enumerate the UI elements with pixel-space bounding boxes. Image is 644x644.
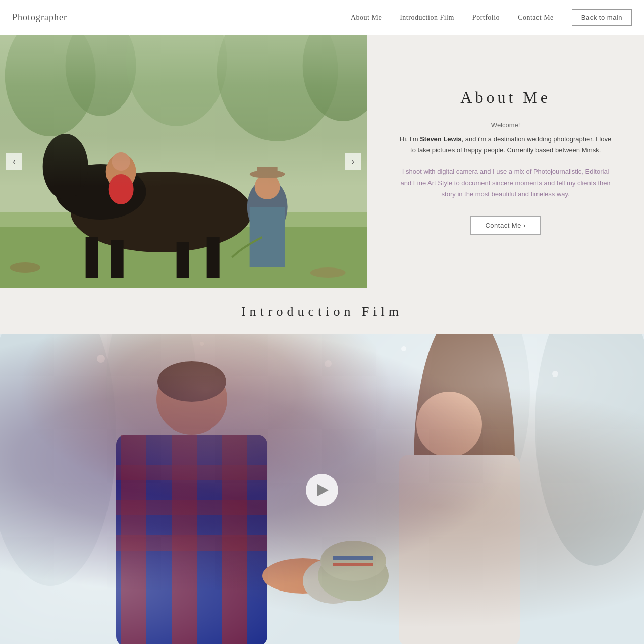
svg-point-22 bbox=[250, 170, 285, 178]
svg-rect-11 bbox=[50, 146, 81, 187]
svg-point-24 bbox=[10, 262, 40, 273]
svg-point-45 bbox=[262, 558, 343, 594]
svg-point-10 bbox=[43, 134, 88, 199]
svg-rect-23 bbox=[257, 167, 278, 176]
navbar: Photographer About Me Introduction Film … bbox=[0, 0, 644, 35]
svg-rect-44 bbox=[116, 535, 267, 551]
svg-rect-43 bbox=[116, 500, 267, 515]
svg-point-4 bbox=[217, 35, 338, 141]
hero-section: ‹ › About Me Welcome! Hi, I'm Steven Lew… bbox=[0, 35, 644, 288]
about-welcome: Welcome! bbox=[491, 121, 520, 129]
carousel-next-button[interactable]: › bbox=[345, 153, 361, 170]
hero-image-container: ‹ › bbox=[0, 35, 367, 288]
svg-point-16 bbox=[106, 154, 136, 189]
svg-rect-7 bbox=[0, 227, 367, 288]
about-panel: About Me Welcome! Hi, I'm Steven Lewis, … bbox=[367, 35, 644, 288]
svg-point-2 bbox=[66, 35, 136, 116]
svg-rect-49 bbox=[399, 455, 520, 644]
svg-point-32 bbox=[401, 346, 406, 351]
nav-about-me[interactable]: About Me bbox=[351, 14, 382, 22]
svg-point-25 bbox=[310, 267, 346, 278]
svg-point-3 bbox=[126, 35, 227, 126]
svg-rect-53 bbox=[333, 563, 373, 566]
play-icon bbox=[317, 484, 329, 496]
svg-point-28 bbox=[535, 334, 644, 566]
svg-point-35 bbox=[325, 360, 332, 367]
svg-rect-13 bbox=[111, 240, 124, 278]
svg-rect-6 bbox=[0, 212, 367, 288]
svg-point-17 bbox=[109, 174, 134, 204]
svg-point-33 bbox=[552, 371, 558, 377]
svg-point-18 bbox=[112, 152, 130, 171]
svg-rect-52 bbox=[333, 556, 373, 560]
nav-portfolio[interactable]: Portfolio bbox=[472, 14, 500, 22]
hero-illustration bbox=[0, 35, 367, 288]
svg-rect-20 bbox=[250, 207, 285, 267]
svg-point-47 bbox=[414, 334, 515, 611]
svg-point-36 bbox=[156, 364, 227, 435]
svg-point-5 bbox=[303, 35, 367, 121]
svg-point-37 bbox=[157, 361, 226, 402]
svg-rect-14 bbox=[177, 242, 189, 278]
nav-links: About Me Introduction Film Portfolio Con… bbox=[351, 9, 632, 26]
svg-rect-41 bbox=[222, 435, 247, 644]
svg-point-29 bbox=[106, 334, 197, 485]
svg-point-46 bbox=[303, 558, 363, 604]
intro-film-header: Introduction Film bbox=[0, 288, 644, 334]
about-description: Hi, I'm Steven Lewis, and i'm a destinat… bbox=[397, 134, 614, 156]
play-button[interactable] bbox=[306, 474, 338, 506]
svg-point-9 bbox=[56, 164, 146, 220]
svg-point-51 bbox=[320, 541, 386, 581]
svg-rect-42 bbox=[116, 465, 267, 480]
hero-photo bbox=[0, 35, 367, 288]
svg-point-50 bbox=[318, 551, 389, 601]
back-to-main-button[interactable]: Back to main bbox=[572, 9, 632, 26]
svg-rect-38 bbox=[116, 435, 267, 644]
svg-rect-0 bbox=[0, 35, 367, 288]
svg-rect-15 bbox=[207, 237, 220, 278]
video-section[interactable] bbox=[0, 334, 644, 644]
video-background bbox=[0, 334, 644, 644]
nav-intro-film[interactable]: Introduction Film bbox=[400, 14, 454, 22]
svg-point-34 bbox=[200, 342, 204, 346]
svg-point-48 bbox=[416, 392, 482, 457]
svg-point-21 bbox=[255, 174, 280, 199]
svg-point-31 bbox=[97, 355, 105, 363]
svg-point-19 bbox=[247, 179, 288, 235]
nav-contact-me[interactable]: Contact Me bbox=[518, 14, 554, 22]
svg-rect-39 bbox=[121, 435, 146, 644]
brand-logo: Photographer bbox=[12, 12, 67, 23]
svg-point-27 bbox=[0, 334, 116, 586]
contact-me-button[interactable]: Contact Me › bbox=[470, 216, 540, 235]
about-description2: I shoot with digital camera and I use a … bbox=[397, 166, 614, 199]
svg-rect-12 bbox=[86, 237, 98, 278]
intro-film-title: Introduction Film bbox=[0, 304, 644, 319]
svg-point-30 bbox=[429, 334, 530, 505]
about-title: About Me bbox=[460, 88, 551, 107]
carousel-prev-button[interactable]: ‹ bbox=[6, 153, 22, 170]
svg-point-8 bbox=[71, 172, 252, 252]
svg-rect-40 bbox=[172, 435, 197, 644]
svg-point-1 bbox=[5, 35, 96, 136]
